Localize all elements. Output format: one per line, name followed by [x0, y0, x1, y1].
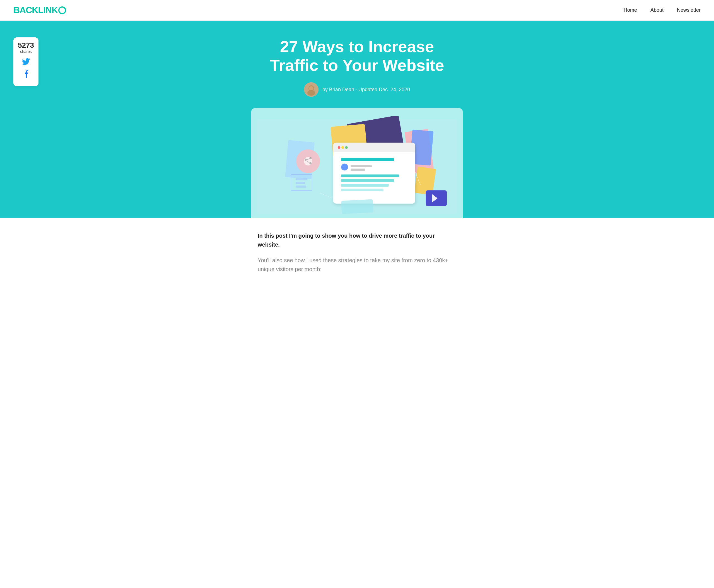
author-row: by Brian Dean · Updated Dec. 24, 2020	[0, 82, 714, 97]
intro-normal-text: You'll also see how I used these strateg…	[258, 256, 456, 274]
svg-point-2	[309, 86, 314, 91]
svg-point-18	[341, 164, 348, 171]
svg-point-27	[304, 159, 307, 161]
author-separator: ·	[356, 87, 357, 92]
intro-bold-text: In this post I'm going to show you how t…	[258, 231, 456, 249]
svg-rect-17	[341, 158, 394, 161]
post-title: 27 Ways to Increase Traffic to Your Webs…	[262, 37, 452, 75]
nav-about[interactable]: About	[650, 7, 664, 13]
svg-point-15	[341, 146, 344, 149]
logo-circle	[58, 6, 66, 14]
svg-point-29	[309, 162, 312, 165]
hero-section: 5273 shares 27 Ways to Increase Traffic …	[0, 21, 714, 218]
share-label: shares	[18, 49, 34, 54]
svg-rect-33	[296, 178, 307, 181]
svg-rect-24	[341, 189, 383, 191]
svg-rect-22	[341, 180, 394, 182]
author-avatar	[304, 82, 318, 97]
svg-rect-19	[351, 165, 372, 168]
author-meta: by Brian Dean · Updated Dec. 24, 2020	[322, 87, 410, 92]
logo-text: BACKLINK	[14, 5, 58, 15]
svg-rect-23	[341, 184, 389, 187]
post-updated: Updated Dec. 24, 2020	[358, 87, 410, 92]
nav-newsletter[interactable]: Newsletter	[677, 7, 700, 13]
hero-illustration	[257, 116, 457, 217]
svg-point-3	[307, 90, 315, 96]
share-widget: 5273 shares	[14, 37, 39, 86]
svg-rect-38	[341, 200, 374, 214]
share-count: 5273	[18, 41, 34, 49]
nav-home[interactable]: Home	[624, 7, 637, 13]
svg-rect-35	[296, 186, 306, 188]
content-section: In this post I'm going to show you how t…	[251, 218, 463, 285]
main-nav: Home About Newsletter	[624, 7, 700, 13]
hero-image-container	[251, 108, 463, 218]
twitter-share-button[interactable]	[18, 57, 34, 68]
svg-rect-34	[296, 182, 305, 184]
facebook-share-button[interactable]	[18, 70, 34, 81]
svg-rect-21	[341, 175, 399, 177]
author-name: by Brian Dean	[322, 87, 354, 92]
site-logo[interactable]: BACKLINK	[14, 5, 66, 15]
svg-point-16	[345, 146, 348, 149]
svg-rect-20	[351, 169, 365, 171]
site-header: BACKLINK Home About Newsletter	[0, 0, 714, 21]
svg-point-28	[309, 157, 312, 159]
svg-point-14	[338, 146, 340, 149]
